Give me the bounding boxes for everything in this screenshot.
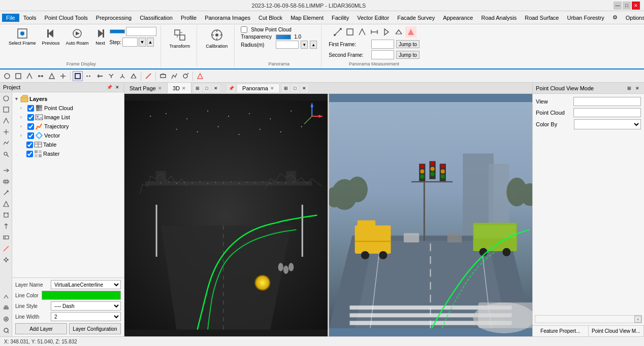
tb2-tool-14[interactable] [158, 71, 168, 81]
left-tool-2[interactable] [1, 105, 11, 115]
layer-name-select[interactable]: VirtualLaneCenterline [51, 280, 121, 289]
second-frame-input[interactable] [371, 50, 394, 59]
layer-check-vector[interactable] [27, 132, 34, 139]
menu-point-cloud-tools[interactable]: Point Cloud Tools [40, 14, 91, 22]
layer-toggle-vec[interactable]: › [20, 133, 26, 138]
tb2-tool-13[interactable] [143, 71, 153, 81]
line-width-select[interactable]: 2 [51, 312, 121, 321]
menu-map-element[interactable]: Map Element [286, 14, 328, 22]
tb2-tool-6[interactable] [58, 71, 68, 81]
project-close-button[interactable]: ✕ [114, 84, 121, 91]
layer-trajectory[interactable]: › Trajectory [12, 122, 124, 131]
layer-vector[interactable]: › Vector [12, 131, 124, 140]
left-tool-bottom-2[interactable] [1, 303, 11, 313]
left-tool-1[interactable] [1, 93, 11, 103]
left-tool-4[interactable] [1, 127, 11, 137]
panorama-close-icon[interactable]: ✕ [270, 86, 274, 91]
maximize-button[interactable]: □ [623, 2, 631, 10]
second-frame-jump-btn[interactable]: Jump to [396, 51, 420, 59]
layer-image-list[interactable]: › Image List [12, 113, 124, 122]
tb2-tool-4[interactable] [36, 71, 46, 81]
rp-view-input[interactable] [573, 97, 641, 106]
tab-feature-property[interactable]: Feature Propert... [533, 326, 589, 336]
layer-point-cloud[interactable]: › Point Cloud [12, 103, 124, 113]
left-tool-11[interactable] [1, 210, 11, 220]
calibration-button[interactable]: Calibration [203, 26, 230, 50]
menu-tools[interactable]: Tools [19, 14, 41, 22]
auto-roam-button[interactable]: Auto Roam [63, 26, 91, 47]
left-tool-bottom-3[interactable] [1, 314, 11, 324]
layer-config-button[interactable]: Layer Configuration [69, 323, 121, 334]
step-up-button[interactable]: ▲ [147, 38, 154, 47]
radius-down-btn[interactable]: ▼ [301, 41, 308, 49]
select-frame-button[interactable]: Select Frame [6, 26, 39, 47]
menu-vector-editor[interactable]: Vector Editor [353, 14, 393, 22]
menu-road-surface[interactable]: Road Surface [521, 14, 563, 22]
measure-tool-1[interactable] [332, 26, 343, 38]
tb2-tool-2[interactable] [13, 71, 23, 81]
layer-check-image-list[interactable] [27, 114, 34, 121]
transform-button[interactable]: Transform [167, 26, 193, 50]
tab-point-cloud-view[interactable]: Point Cloud View M... [589, 326, 645, 336]
tb2-tool-10[interactable] [106, 71, 116, 81]
menu-appearance[interactable]: Appearance [439, 14, 477, 22]
tb2-tool-8[interactable] [84, 71, 94, 81]
radius-input[interactable]: 35.00 [276, 41, 299, 49]
menu-cut-block[interactable]: Cut Block [254, 14, 286, 22]
line-color-swatch[interactable] [42, 291, 121, 300]
tb2-tool-1[interactable] [2, 71, 12, 81]
left-tool-8[interactable] [1, 177, 11, 187]
tab-panorama[interactable]: Panorama ✕ [237, 84, 280, 92]
menu-options[interactable]: Options [622, 14, 644, 22]
first-frame-input[interactable] [371, 40, 394, 49]
layer-toggle-traj[interactable]: › [20, 124, 26, 129]
layer-check-table[interactable] [26, 142, 33, 148]
layer-table[interactable]: Table [12, 140, 124, 149]
add-layer-button[interactable]: Add Layer [15, 323, 67, 334]
panorama-undock-button[interactable]: ⊞ [282, 84, 290, 92]
first-frame-jump-btn[interactable]: Jump to [396, 40, 420, 48]
viewport-3d[interactable] [124, 94, 328, 336]
left-tool-14[interactable] [1, 244, 11, 254]
measure-tool-2[interactable] [344, 26, 356, 38]
menu-facility[interactable]: Facility [328, 14, 353, 22]
left-tool-12[interactable] [1, 221, 11, 231]
layer-raster[interactable]: Raster [12, 149, 124, 158]
panorama-window-close-button[interactable]: ✕ [300, 84, 308, 92]
menu-facade-survey[interactable]: Facade Survey [393, 14, 439, 22]
menu-settings-icon[interactable]: ⚙ [608, 13, 622, 22]
next-frame-button[interactable]: Next [92, 26, 109, 47]
tb2-tool-15[interactable] [169, 71, 179, 81]
measure-tool-6[interactable] [393, 26, 404, 38]
left-tool-settings[interactable] [1, 255, 11, 265]
left-tool-7[interactable] [1, 165, 11, 176]
tb2-tool-17[interactable] [195, 71, 205, 81]
menu-road-analysis[interactable]: Road Analysis [477, 14, 521, 22]
right-panel-undock-btn[interactable]: ⊞ [626, 85, 633, 92]
rp-color-by-select[interactable] [574, 119, 641, 129]
start-page-close-icon[interactable]: ✕ [158, 86, 162, 91]
tb2-tool-3[interactable] [24, 71, 35, 81]
left-tool-13[interactable] [1, 232, 11, 243]
menu-preprocessing[interactable]: Preprocessing [92, 14, 136, 22]
tb2-tool-5[interactable] [47, 71, 57, 81]
layer-toggle-root[interactable]: ▼ [14, 96, 20, 101]
measure-tool-5[interactable] [381, 26, 392, 38]
viewport-panorama[interactable] [329, 94, 532, 336]
menu-urban-forestry[interactable]: Urban Forestry [563, 14, 608, 22]
minimize-button[interactable]: — [614, 2, 622, 10]
panorama-maximize-button[interactable]: □ [291, 84, 299, 92]
layer-check-trajectory[interactable] [27, 123, 34, 130]
left-tool-9[interactable] [1, 188, 11, 198]
tb2-tool-11[interactable] [117, 71, 127, 81]
measure-tool-4[interactable] [369, 26, 380, 38]
show-point-cloud-checkbox[interactable] [241, 26, 247, 33]
left-tool-10[interactable] [1, 199, 11, 209]
layer-toggle-pc[interactable]: › [20, 106, 26, 111]
layer-root-layers[interactable]: ▼ Layers [12, 94, 124, 103]
layer-toggle-img[interactable]: › [20, 115, 26, 120]
menu-file[interactable]: File [2, 14, 19, 22]
frame-input[interactable]: 0 [126, 27, 156, 36]
tab-start-page[interactable]: Start Page ✕ [124, 83, 168, 93]
viewport-undock-button[interactable]: ⊞ [194, 84, 202, 92]
